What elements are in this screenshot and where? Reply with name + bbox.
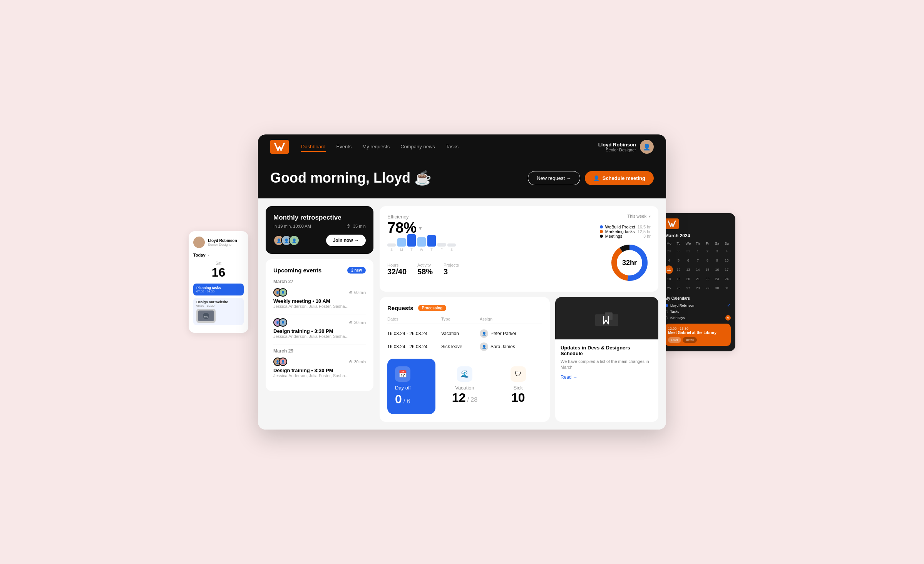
vacation-total: / 28 <box>467 396 477 403</box>
nav-link-dashboard[interactable]: Dashboard <box>301 142 326 152</box>
nav-link-requests[interactable]: My requests <box>362 142 390 152</box>
schedule-meeting-button[interactable]: 👤 Schedule meeting <box>585 171 654 185</box>
rsb-week-1: 29 30 31 1 2 3 4 <box>665 247 731 255</box>
sick-value: 10 <box>511 391 525 405</box>
event-item-1: 👤 👤 ⏱ 60 min Weekly meeting • 10 AM Jess… <box>273 288 366 309</box>
event-item-2: 👤 👤 ⏱ 30 min Design training • 3:30 PM J… <box>273 318 366 339</box>
svg-text:img: img <box>204 315 208 318</box>
rsb-month: March 2024 <box>665 233 731 238</box>
period-chevron-icon: ▾ <box>649 214 651 218</box>
meeting-title: Monthly retrospective <box>273 214 366 222</box>
period-dropdown[interactable]: This week ▾ <box>627 214 651 218</box>
sidebar-task-2-thumbnail: img <box>196 309 216 323</box>
table-header: Dates Type Assign <box>387 317 542 324</box>
rsb-detail-button[interactable]: Detail <box>683 337 696 343</box>
meeting-subtitle: In 19 min, 10:00 AM <box>273 224 311 228</box>
right-sidebar: March 2024 Mo Tu We Th Fr Sa Su 29 30 31… <box>660 213 735 351</box>
news-description: We have compiled a list of the main chan… <box>561 359 653 371</box>
event-item-2-header: 👤 👤 ⏱ 30 min <box>273 318 366 327</box>
week-bar-group: T <box>407 234 416 252</box>
clock-icon-4: ⏱ <box>349 360 353 364</box>
week-day-label: S <box>390 248 393 252</box>
ev1-avatar-2: 👤 <box>279 288 287 297</box>
table-row-2: 16.03.24 - 26.03.24 Sick leave 👤 Sara Ja… <box>387 340 542 353</box>
week-bar-group: F <box>437 243 446 252</box>
week-bar <box>387 243 396 247</box>
events-card: Upcoming events 2 new March 27 👤 👤 ⏱ <box>266 259 373 391</box>
ev3-avatar-2: 👤 <box>279 358 287 366</box>
requests-header: Requests Processing <box>387 305 542 311</box>
event-item-3: 👤 👤 ⏱ 30 min Design training • 3:30 PM J… <box>273 358 366 378</box>
rsb-event-card: 12:00 - 13:30 Meet Gabriel at the Librar… <box>665 324 731 346</box>
day-off-total: / 6 <box>403 398 410 405</box>
efficiency-label: Efficiency <box>387 214 594 220</box>
events-header: Upcoming events 2 new <box>273 267 366 274</box>
sidebar-task-1-name: Planning tasks <box>196 286 241 290</box>
nav-user-name: Lloyd Robinson <box>598 142 636 148</box>
row2-assign: 👤 Sara James <box>480 342 542 351</box>
event-2-duration: ⏱ 30 min <box>349 321 366 325</box>
event-3-people: Jessica Anderson, Julia Foster, Sasha... <box>273 373 366 378</box>
legend-dot-1 <box>600 225 603 228</box>
week-day-label: M <box>400 248 403 252</box>
vacation-card: 🌊 Vacation 12 / 28 <box>441 359 489 414</box>
efficiency-left: Efficiency 78% ▾ SMTWTFS Hours <box>387 214 594 284</box>
week-bar <box>417 237 426 247</box>
rsb-later-button[interactable]: Later <box>668 337 681 343</box>
nav-link-tasks[interactable]: Tasks <box>446 142 459 152</box>
events-new-badge: 2 new <box>347 267 366 274</box>
col-header-dates: Dates <box>387 317 441 321</box>
event-avatars-1: 👤 👤 <box>273 288 287 297</box>
col-header-type: Type <box>441 317 480 321</box>
sidebar-today-row[interactable]: Today › <box>193 253 244 257</box>
week-bar <box>437 243 446 247</box>
event-item-3-header: 👤 👤 ⏱ 30 min <box>273 358 366 366</box>
event-3-name: Design training • 3:30 PM <box>273 368 366 373</box>
rsb-event-time: 12:00 - 13:30 <box>668 327 728 331</box>
clock-icon-3: ⏱ <box>349 321 353 325</box>
read-more-button[interactable]: Read → <box>561 374 653 380</box>
donut-chart: 32hr <box>608 242 651 284</box>
assign-avatar-1: 👤 <box>480 329 488 338</box>
nav-link-news[interactable]: Company news <box>400 142 435 152</box>
schedule-meeting-label: Schedule meeting <box>603 175 645 181</box>
vacation-label: Vacation <box>455 385 474 391</box>
leave-cards-row: 📅 Day off 0 / 6 🌊 Vacation <box>387 359 542 414</box>
sidebar-today-btn[interactable]: Today <box>193 253 206 257</box>
stat-activity: Activity 58% <box>417 263 433 276</box>
clock-icon-2: ⏱ <box>349 290 353 295</box>
donut-center-label: 32hr <box>622 259 637 267</box>
rsb-check-icon: ✓ <box>727 303 731 308</box>
sidebar-day-number: 16 <box>193 265 244 280</box>
legend-item-1: WeBuild Project 16,5 hr <box>600 225 651 229</box>
event-1-people: Jessica Anderson, Julia Foster, Sasha... <box>273 304 366 309</box>
vacation-value-row: 12 / 28 <box>452 391 477 405</box>
event-avatars-2: 👤 👤 <box>273 318 287 327</box>
efficiency-right: This week ▾ WeBuild Project 16,5 hr <box>600 214 651 284</box>
nav-link-events[interactable]: Events <box>336 142 352 152</box>
avatar-3: 👤 <box>289 235 300 246</box>
sidebar-date-display: Sat 16 <box>193 261 244 280</box>
event-date-march29: March 29 <box>273 348 366 354</box>
rsb-cal-item-lloyd: Lloyd Robinson ✓ <box>665 303 731 308</box>
content-area: Monthly retrospective In 19 min, 10:00 A… <box>258 198 666 430</box>
rsb-today[interactable]: 11 <box>665 265 673 274</box>
requests-status-badge: Processing <box>418 305 447 311</box>
week-bar-group: W <box>417 237 426 252</box>
meeting-footer: 👤 👤 👤 Join now → <box>273 235 366 246</box>
join-now-button[interactable]: Join now → <box>326 235 366 246</box>
divider-2 <box>273 344 366 344</box>
sidebar-user-name: Lloyd Robinson <box>208 238 237 243</box>
week-chart: SMTWTFS <box>387 236 594 252</box>
nav-logo <box>270 140 289 154</box>
col-header-assign: Assign <box>480 317 542 321</box>
event-date-march27: March 27 <box>273 279 366 284</box>
new-request-button[interactable]: New request → <box>528 171 580 185</box>
sidebar-task-2: Design our website 08:30 - 10:30 img <box>193 298 244 325</box>
rsb-week-3: 11 12 13 14 15 16 17 <box>665 265 731 274</box>
sick-card: 🛡 Sick 10 <box>494 359 542 414</box>
week-bar-group: S <box>387 243 396 252</box>
row1-dates: 16.03.24 - 26.03.24 <box>387 331 441 336</box>
sick-icon: 🛡 <box>511 366 526 382</box>
chevron-down-icon: ▾ <box>419 225 422 231</box>
